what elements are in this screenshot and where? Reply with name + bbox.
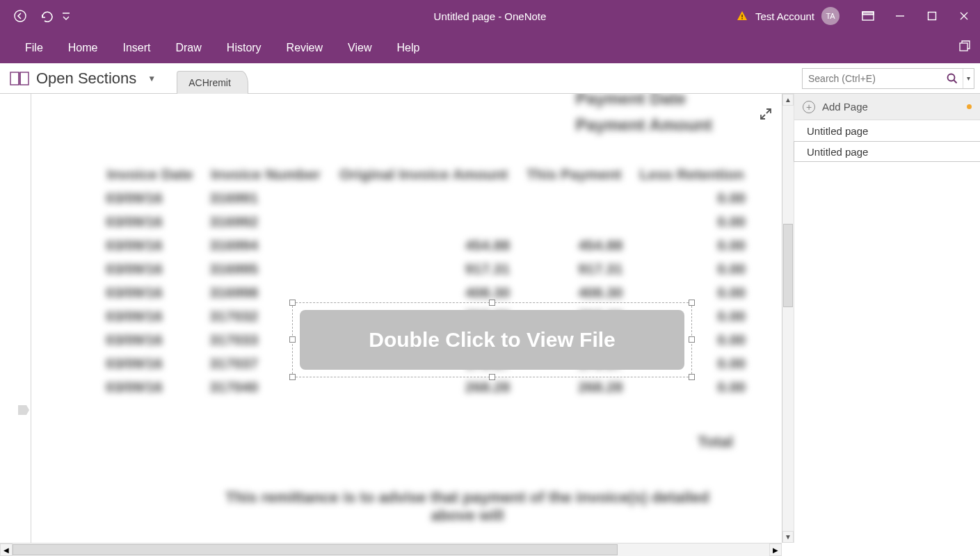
warning-icon[interactable] (736, 10, 748, 22)
resize-handle[interactable] (689, 336, 695, 343)
search-input[interactable] (803, 73, 942, 84)
search-box[interactable]: ▾ (802, 68, 974, 89)
resize-handle[interactable] (489, 300, 495, 306)
page-item[interactable]: Untitled page (794, 141, 980, 162)
chevron-down-icon: ▼ (147, 74, 156, 83)
menu-view[interactable]: View (335, 35, 384, 61)
file-attachment[interactable]: Double Click to View File (300, 310, 684, 370)
section-toolbar: Open Sections ▼ ACHremit ▾ (0, 63, 980, 94)
horizontal-scrollbar[interactable]: ◀ ▶ (0, 543, 782, 556)
resize-handle[interactable] (289, 300, 296, 306)
menu-history[interactable]: History (214, 35, 274, 61)
undo-button[interactable] (33, 0, 60, 32)
ribbon-display-options-icon[interactable] (852, 0, 884, 32)
page-item[interactable]: Untitled page (794, 120, 980, 141)
section-tab-label: ACHremit (188, 77, 231, 88)
titlebar: Untitled page - OneNote Test Account TA (0, 0, 980, 32)
resize-handle[interactable] (489, 374, 495, 380)
notebook-label: Open Sections (36, 70, 136, 88)
menu-home[interactable]: Home (56, 35, 111, 61)
close-button[interactable] (948, 0, 980, 32)
scroll-left-icon[interactable]: ◀ (0, 543, 13, 556)
restore-windows-icon[interactable] (958, 39, 972, 56)
search-icon[interactable] (942, 72, 963, 85)
account-name[interactable]: Test Account (755, 10, 814, 22)
search-scope-dropdown[interactable]: ▾ (963, 69, 974, 88)
menu-draw[interactable]: Draw (163, 35, 214, 61)
vertical-scrollbar[interactable]: ▲ ▼ (782, 94, 794, 543)
qat-customize-icon[interactable] (60, 0, 72, 32)
note-container-handle[interactable] (18, 405, 29, 415)
resize-handle[interactable] (289, 336, 296, 343)
unsynced-indicator-icon (967, 104, 972, 109)
menu-file[interactable]: File (13, 35, 56, 61)
resize-handle[interactable] (289, 374, 296, 380)
menu-help[interactable]: Help (384, 35, 432, 61)
minimize-button[interactable] (884, 0, 916, 32)
ribbon: File Home Insert Draw History Review Vie… (0, 32, 980, 63)
fullscreen-icon[interactable] (758, 106, 773, 124)
object-selection[interactable]: Double Click to View File (292, 302, 692, 377)
svg-rect-2 (741, 18, 743, 19)
attachment-label: Double Click to View File (369, 328, 616, 352)
notebook-picker[interactable]: Open Sections ▼ (10, 70, 167, 88)
svg-rect-5 (929, 13, 936, 20)
scrollbar-thumb[interactable] (13, 544, 618, 555)
svg-point-9 (948, 74, 955, 81)
scroll-up-icon[interactable]: ▲ (782, 94, 794, 106)
page-list-pane: ▲ ▼ + Add Page Untitled page Untitled pa… (782, 94, 980, 543)
resize-handle[interactable] (689, 374, 695, 380)
svg-rect-7 (10, 72, 19, 85)
svg-rect-8 (20, 72, 29, 85)
maximize-button[interactable] (916, 0, 948, 32)
notebook-icon (10, 71, 29, 86)
scroll-right-icon[interactable]: ▶ (769, 543, 782, 556)
page-item-label: Untitled page (807, 146, 868, 158)
add-page-button[interactable]: + Add Page (794, 94, 980, 120)
page-item-label: Untitled page (807, 125, 868, 137)
svg-point-0 (15, 10, 26, 22)
svg-rect-6 (960, 43, 967, 51)
page-margin-line (31, 94, 31, 543)
scrollbar-thumb[interactable] (783, 224, 793, 307)
svg-rect-1 (741, 15, 743, 17)
avatar[interactable]: TA (821, 7, 840, 25)
menu-insert[interactable]: Insert (110, 35, 163, 61)
menu-review[interactable]: Review (274, 35, 335, 61)
svg-rect-4 (862, 12, 874, 15)
resize-handle[interactable] (689, 300, 695, 306)
scroll-down-icon[interactable]: ▼ (782, 531, 794, 543)
plus-icon: + (803, 101, 815, 113)
page-canvas[interactable]: Payment Date Payment Amount Invoice Date… (0, 94, 782, 543)
section-tab-achremit[interactable]: ACHremit (177, 71, 248, 95)
add-page-label: Add Page (822, 101, 868, 113)
back-button[interactable] (7, 0, 33, 32)
window-title: Untitled page - OneNote (434, 10, 547, 22)
